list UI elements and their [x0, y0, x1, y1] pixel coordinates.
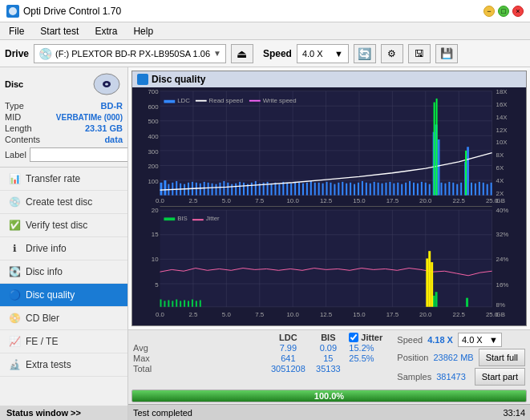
- svg-text:6X: 6X: [496, 164, 504, 172]
- svg-rect-168: [176, 300, 177, 307]
- extra-tests-icon: 🔬: [8, 358, 21, 371]
- svg-rect-69: [318, 183, 320, 196]
- status-window-button[interactable]: Status window >>: [0, 406, 127, 420]
- svg-text:700: 700: [148, 89, 158, 96]
- svg-rect-44: [239, 182, 241, 196]
- chart-title-bar: Disc quality: [132, 71, 526, 87]
- sidebar-item-extra-tests[interactable]: 🔬 Extra tests: [0, 353, 127, 377]
- charts-area: 700 600 500 400 300 200 100 18X 16X 14X …: [132, 87, 526, 325]
- max-bis: 15: [314, 353, 342, 363]
- menu-extra[interactable]: Extra: [91, 24, 121, 38]
- refresh-button[interactable]: 🔄: [354, 44, 376, 63]
- svg-rect-70: [322, 184, 324, 196]
- eject-button[interactable]: ⏏: [231, 44, 253, 63]
- svg-rect-40: [223, 181, 225, 196]
- disc-label-row: Label 🏷: [5, 147, 123, 162]
- sidebar-item-disc-info[interactable]: 💽 Disc info: [0, 260, 127, 284]
- total-ldc: 3051208: [269, 364, 307, 374]
- jitter-check-row: Jitter: [349, 333, 397, 342]
- svg-rect-78: [354, 184, 355, 196]
- transfer-rate-icon: 📊: [8, 172, 21, 185]
- drive-info-icon: ℹ: [8, 242, 21, 255]
- svg-text:15.0: 15.0: [353, 197, 365, 204]
- settings-button1[interactable]: ⚙: [381, 44, 403, 63]
- disc-label-input[interactable]: [30, 147, 128, 162]
- svg-text:10: 10: [152, 256, 159, 263]
- svg-rect-92: [409, 181, 411, 196]
- svg-text:10X: 10X: [496, 139, 508, 147]
- charts-svg: 700 600 500 400 300 200 100 18X 16X 14X …: [132, 87, 526, 325]
- sidebar-item-cd-bler[interactable]: 📀 CD Bler: [0, 307, 127, 330]
- drive-dropdown-arrow[interactable]: ▼: [213, 49, 221, 58]
- sidebar-item-disc-quality[interactable]: 🔵 Disc quality: [0, 284, 127, 307]
- start-part-button[interactable]: Start part: [475, 368, 525, 386]
- minimize-button[interactable]: −: [483, 6, 495, 17]
- progress-text: 100.0%: [314, 391, 344, 401]
- col-ldc-header: LDC: [269, 333, 307, 342]
- svg-text:600: 600: [148, 103, 158, 111]
- sidebar-item-verify-test-disc[interactable]: ✅ Verify test disc: [0, 214, 127, 237]
- svg-rect-56: [286, 183, 288, 196]
- svg-rect-104: [471, 183, 472, 196]
- svg-text:0.0: 0.0: [156, 197, 164, 204]
- svg-rect-204: [192, 219, 204, 220]
- sidebar-item-drive-info[interactable]: ℹ Drive info: [0, 237, 127, 260]
- max-jitter: 25.5%: [349, 353, 397, 363]
- menu-start-test[interactable]: Start test: [36, 24, 83, 38]
- svg-text:0.0: 0.0: [156, 311, 164, 318]
- jitter-checkbox[interactable]: [349, 333, 358, 342]
- svg-rect-170: [184, 300, 185, 306]
- svg-rect-88: [393, 184, 394, 196]
- speed-selector[interactable]: 4.0 X ▼: [297, 44, 349, 63]
- svg-text:12.5: 12.5: [320, 197, 332, 204]
- drive-selector[interactable]: 💿 (F:) PLEXTOR BD-R PX-LB950SA 1.06 ▼: [34, 44, 226, 63]
- sidebar-item-create-test-disc[interactable]: 💿 Create test disc: [0, 191, 127, 214]
- titlebar-left: Opti Drive Control 1.70: [6, 5, 121, 18]
- col-jitter-header: Jitter: [361, 333, 382, 342]
- svg-text:100: 100: [148, 178, 158, 185]
- svg-rect-74: [338, 183, 339, 196]
- svg-text:200: 200: [148, 163, 158, 170]
- svg-rect-47: [251, 183, 253, 196]
- svg-rect-90: [401, 184, 403, 196]
- svg-rect-103: [460, 183, 462, 196]
- disc-info-icon: 💽: [8, 265, 21, 278]
- disc-mid-row: MID VERBATIMe (000): [5, 112, 123, 122]
- svg-rect-173: [196, 301, 197, 306]
- sidebar-item-fe-te[interactable]: 📈 FE / TE: [0, 330, 127, 353]
- svg-rect-87: [389, 182, 390, 196]
- disc-header: Disc: [5, 72, 123, 96]
- svg-text:5: 5: [155, 281, 158, 289]
- menu-file[interactable]: File: [5, 24, 28, 38]
- speed-select[interactable]: 4.0 X ▼: [458, 333, 502, 347]
- svg-rect-41: [227, 183, 229, 196]
- svg-rect-107: [483, 183, 484, 196]
- menu-help[interactable]: Help: [129, 24, 157, 38]
- settings-button2[interactable]: 🖫: [408, 44, 431, 63]
- speed-label-stat: Speed: [397, 335, 423, 345]
- svg-text:22.5: 22.5: [453, 311, 465, 318]
- svg-rect-164: [160, 300, 162, 307]
- progress-bar-track: 100.0%: [131, 390, 527, 402]
- stats-grid: LDC BIS Jitter Avg 7.99 0.09 15.2% Max 6…: [133, 333, 397, 374]
- sidebar-item-transfer-rate[interactable]: 📊 Transfer rate: [0, 168, 127, 191]
- start-full-button[interactable]: Start full: [479, 349, 525, 366]
- svg-text:18X: 18X: [496, 89, 508, 96]
- svg-rect-79: [358, 183, 359, 196]
- svg-rect-105: [475, 184, 476, 196]
- avg-jitter: 15.2%: [349, 343, 397, 353]
- svg-rect-100: [448, 182, 450, 196]
- maximize-button[interactable]: □: [498, 6, 509, 17]
- speed-value: 4.0 X: [302, 49, 323, 59]
- svg-text:20: 20: [152, 207, 159, 214]
- main-layout: Disc Type BD-R MID VERBATIMe (000) Leng: [0, 67, 530, 420]
- svg-text:12X: 12X: [496, 127, 508, 134]
- svg-text:16%: 16%: [496, 281, 509, 289]
- svg-text:4X: 4X: [496, 177, 504, 184]
- svg-text:7.5: 7.5: [255, 311, 264, 318]
- close-button[interactable]: ×: [512, 6, 524, 17]
- save-button[interactable]: 💾: [435, 44, 458, 63]
- speed-val: 4.18 X: [427, 335, 453, 345]
- svg-text:15: 15: [152, 231, 159, 238]
- titlebar-buttons: − □ ×: [483, 6, 524, 17]
